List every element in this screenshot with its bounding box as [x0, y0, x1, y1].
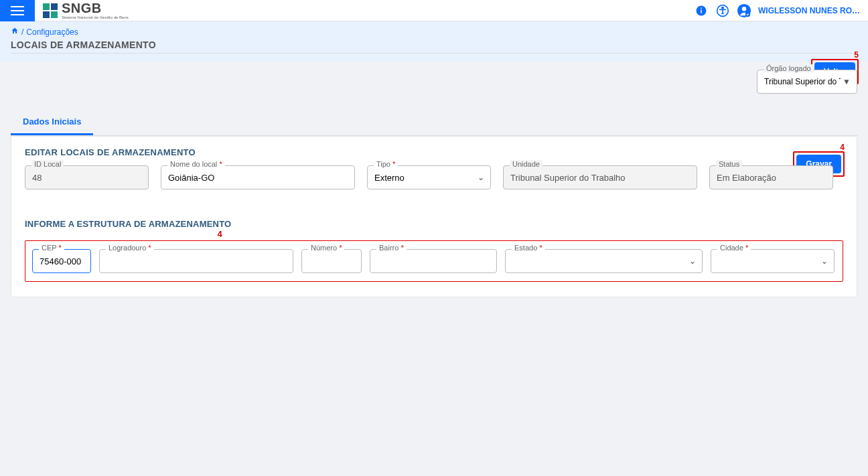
breadcrumb-home[interactable]	[11, 27, 19, 37]
section2-title: INFORME A ESTRUTURA DE ARMAZENAMENTO	[25, 219, 231, 229]
app-logo: SNGB Sistema Nacional de Gestão de Bens	[43, 1, 129, 19]
numero-input[interactable]	[301, 249, 362, 273]
cidade-label: Cidade *	[717, 244, 751, 252]
breadcrumb-bar: / Configurações LOCAIS DE ARMAZENAMENTO …	[0, 21, 868, 62]
nome-local-label: Nome do local *	[167, 160, 225, 168]
cep-label: CEP *	[39, 244, 64, 252]
status-label: Status	[716, 160, 742, 168]
bairro-label: Bairro *	[376, 244, 407, 252]
annotation-4-gravar: 4	[793, 143, 845, 151]
form-card: 4 Gravar EDITAR LOCAIS DE ARMAZENAMENTO …	[11, 136, 857, 297]
info-icon[interactable]	[694, 3, 709, 18]
id-local-input	[25, 165, 149, 189]
svg-rect-5	[701, 7, 702, 9]
estado-label: Estado *	[512, 244, 545, 252]
struct-highlight-box: CEP * Logradouro * Número * Bairro * Est…	[25, 240, 843, 282]
user-name[interactable]: WIGLESSON NUNES RO…	[758, 6, 860, 15]
svg-rect-1	[11, 10, 24, 11]
nome-local-input[interactable]	[161, 165, 355, 189]
tipo-select[interactable]	[367, 165, 491, 189]
section1-title: EDITAR LOCAIS DE ARMAZENAMENTO	[25, 147, 843, 157]
annotation-5: 5	[811, 51, 859, 59]
annotation-4-struct: 4	[25, 229, 415, 239]
top-actions: WIGLESSON NUNES RO…	[694, 3, 860, 18]
cep-input[interactable]	[32, 249, 91, 273]
accessibility-icon[interactable]	[715, 3, 730, 18]
unidade-input	[503, 165, 697, 189]
svg-point-9	[742, 7, 746, 11]
breadcrumb-current[interactable]: Configurações	[26, 27, 78, 37]
cidade-select[interactable]	[711, 249, 835, 273]
svg-point-7	[722, 7, 724, 9]
user-avatar-icon[interactable]	[737, 3, 751, 18]
svg-rect-2	[11, 14, 24, 15]
tipo-label: Tipo *	[374, 160, 398, 168]
logradouro-label: Logradouro *	[106, 244, 154, 252]
menu-hamburger-button[interactable]	[0, 0, 35, 21]
page-title: LOCAIS DE ARMAZENAMENTO	[11, 39, 857, 50]
breadcrumb-separator: /	[21, 27, 23, 37]
svg-rect-4	[701, 9, 702, 13]
form-row-struct: CEP * Logradouro * Número * Bairro * Est…	[32, 249, 836, 273]
form-row-1: ID Local Nome do local * Tipo * ⌄ Unidad…	[25, 165, 843, 189]
svg-rect-0	[11, 6, 24, 7]
hamburger-icon	[11, 6, 24, 15]
unidade-label: Unidade	[510, 160, 542, 168]
logo-mark-icon	[43, 3, 58, 18]
estado-select[interactable]	[505, 249, 703, 273]
tab-dados-iniciais[interactable]: Dados Iniciais	[11, 110, 93, 135]
app-name: SNGB	[62, 1, 129, 15]
numero-label: Número *	[308, 244, 344, 252]
bairro-input[interactable]	[370, 249, 497, 273]
status-input	[709, 165, 833, 189]
home-icon	[11, 27, 19, 35]
topbar: SNGB Sistema Nacional de Gestão de Bens …	[0, 0, 868, 21]
app-subtitle: Sistema Nacional de Gestão de Bens	[62, 15, 129, 19]
id-local-label: ID Local	[31, 160, 64, 168]
orgao-row: Órgão logado ▼	[0, 62, 868, 94]
logradouro-input[interactable]	[99, 249, 293, 273]
breadcrumb: / Configurações	[11, 27, 857, 37]
tabs: Dados Iniciais	[11, 110, 857, 136]
orgao-label: Órgão logado	[764, 64, 814, 72]
orgao-select[interactable]	[757, 70, 857, 94]
